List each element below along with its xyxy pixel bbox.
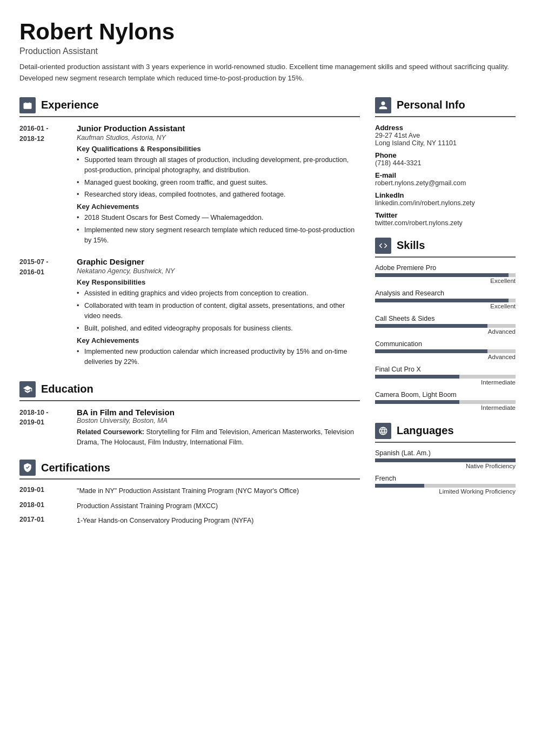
email-row: E-mail robert.nylons.zety@gmail.com <box>375 171 516 187</box>
language-bar-bg <box>375 458 516 462</box>
address-line2: Long Island City, NY 11101 <box>375 139 516 147</box>
personal-info-icon <box>375 97 391 113</box>
skill-level-label: Intermediate <box>375 379 516 386</box>
language-name: Spanish (Lat. Am.) <box>375 449 516 457</box>
skills-section-header: Skills <box>375 238 516 258</box>
cert-description: 1-Year Hands-on Conservatory Producing P… <box>77 516 253 526</box>
address-row: Address 29-27 41st Ave Long Island City,… <box>375 124 516 147</box>
list-item: Assisted in editing graphics and video p… <box>77 288 360 299</box>
skill-bar-fill <box>375 273 509 277</box>
languages-list: Spanish (Lat. Am.)Native ProficiencyFren… <box>375 449 516 495</box>
list-item: Collaborated with team in production of … <box>77 301 360 322</box>
skill-bar-fill <box>375 349 487 353</box>
personal-info-content: Address 29-27 41st Ave Long Island City,… <box>375 124 516 227</box>
list-item: Implemented new story segment research t… <box>77 225 360 246</box>
phone-label: Phone <box>375 151 516 159</box>
exp-qual-label: Key Responsibilities <box>77 278 360 286</box>
experience-section-header: Experience <box>19 97 360 117</box>
skill-name: Communication <box>375 340 516 348</box>
cert-date: 2017-01 <box>19 516 68 526</box>
education-section: Education 2018-10 - 2019-01BA in Film an… <box>19 381 360 448</box>
language-level-label: Native Proficiency <box>375 463 516 469</box>
experience-title: Experience <box>41 99 99 111</box>
skill-bar-bg <box>375 324 516 328</box>
exp-qual-label: Key Qualifications & Responsibilities <box>77 145 360 153</box>
skill-bar-bg <box>375 273 516 277</box>
education-icon <box>19 381 36 397</box>
list-item: Implemented new production calendar whic… <box>77 347 360 368</box>
cert-description: "Made in NY" Production Assistant Traini… <box>77 486 299 496</box>
skill-bar-fill <box>375 324 487 328</box>
education-item: 2018-10 - 2019-01BA in Film and Televisi… <box>19 408 360 448</box>
skill-level-label: Advanced <box>375 328 516 335</box>
skill-name: Analysis and Research <box>375 289 516 297</box>
personal-info-header: Personal Info <box>375 97 516 117</box>
list-item: Supported team through all stages of pro… <box>77 155 360 176</box>
list-item: Built, polished, and edited videography … <box>77 323 360 334</box>
exp-company: Kaufman Studios, Astoria, NY <box>77 134 360 141</box>
edu-degree: BA in Film and Television <box>77 408 360 417</box>
language-bar-bg <box>375 484 516 488</box>
skills-list: Adobe Premiere ProExcellentAnalysis and … <box>375 264 516 411</box>
list-item: Managed guest booking, green room traffi… <box>77 178 360 188</box>
language-name: French <box>375 475 516 482</box>
exp-dates: 2016-01 - 2018-12 <box>19 124 68 248</box>
experience-item: 2016-01 - 2018-12Junior Production Assis… <box>19 124 360 248</box>
edu-detail: BA in Film and TelevisionBoston Universi… <box>77 408 360 448</box>
education-section-header: Education <box>19 381 360 401</box>
skill-level-label: Excellent <box>375 278 516 284</box>
skill-item: Call Sheets & SidesAdvanced <box>375 315 516 335</box>
skill-item: Analysis and ResearchExcellent <box>375 289 516 309</box>
address-line1: 29-27 41st Ave <box>375 132 516 139</box>
exp-ach-list: 2018 Student Oscars for Best Comedy — Wh… <box>77 213 360 246</box>
experience-icon <box>19 97 36 113</box>
left-column: Experience 2016-01 - 2018-12Junior Produ… <box>19 97 360 538</box>
skill-bar-fill <box>375 375 459 379</box>
cert-date: 2018-01 <box>19 501 68 511</box>
candidate-name: Robert Nylons <box>19 19 516 44</box>
exp-dates: 2015-07 - 2016-01 <box>19 257 68 369</box>
skill-bar-fill <box>375 299 509 302</box>
language-bar-fill <box>375 484 424 488</box>
languages-icon <box>375 423 391 439</box>
candidate-summary: Detail-oriented production assistant wit… <box>19 62 516 84</box>
skills-section: Skills Adobe Premiere ProExcellentAnalys… <box>375 238 516 411</box>
edu-coursework: Related Coursework: Storytelling for Fil… <box>77 427 360 448</box>
skill-item: Final Cut Pro XIntermediate <box>375 366 516 386</box>
list-item: 2018 Student Oscars for Best Comedy — Wh… <box>77 213 360 223</box>
personal-info-section: Personal Info Address 29-27 41st Ave Lon… <box>375 97 516 227</box>
exp-detail: Junior Production AssistantKaufman Studi… <box>77 124 360 248</box>
cert-description: Production Assistant Training Program (M… <box>77 501 218 511</box>
certification-item: 2019-01"Made in NY" Production Assistant… <box>19 486 360 496</box>
education-title: Education <box>41 383 93 395</box>
linkedin-row: LinkedIn linkedin.com/in/robert.nylons.z… <box>375 191 516 207</box>
experience-item: 2015-07 - 2016-01Graphic DesignerNekatan… <box>19 257 360 369</box>
phone-row: Phone (718) 444-3321 <box>375 151 516 167</box>
skill-bar-bg <box>375 400 516 404</box>
languages-title: Languages <box>397 424 454 437</box>
exp-ach-list: Implemented new production calendar whic… <box>77 347 360 368</box>
personal-info-title: Personal Info <box>397 99 465 111</box>
skills-title: Skills <box>397 239 425 252</box>
certifications-icon <box>19 460 36 476</box>
certification-item: 2018-01Production Assistant Training Pro… <box>19 501 360 511</box>
certifications-section: Certifications 2019-01"Made in NY" Produ… <box>19 460 360 526</box>
exp-qual-list: Assisted in editing graphics and video p… <box>77 288 360 334</box>
list-item: Researched story ideas, compiled footnot… <box>77 190 360 200</box>
email-value: robert.nylons.zety@gmail.com <box>375 179 516 187</box>
skill-item: CommunicationAdvanced <box>375 340 516 360</box>
skill-bar-fill <box>375 400 459 404</box>
language-item: Spanish (Lat. Am.)Native Proficiency <box>375 449 516 469</box>
edu-school: Boston University, Boston, MA <box>77 417 360 424</box>
certifications-section-header: Certifications <box>19 460 360 480</box>
linkedin-value: linkedin.com/in/robert.nylons.zety <box>375 199 516 207</box>
linkedin-label: LinkedIn <box>375 191 516 199</box>
language-item: FrenchLimited Working Proficiency <box>375 475 516 495</box>
skill-name: Adobe Premiere Pro <box>375 264 516 272</box>
cert-date: 2019-01 <box>19 486 68 496</box>
exp-ach-label: Key Achievements <box>77 202 360 211</box>
address-label: Address <box>375 124 516 132</box>
skill-item: Adobe Premiere ProExcellent <box>375 264 516 284</box>
skills-icon <box>375 238 391 254</box>
skill-bar-bg <box>375 299 516 302</box>
